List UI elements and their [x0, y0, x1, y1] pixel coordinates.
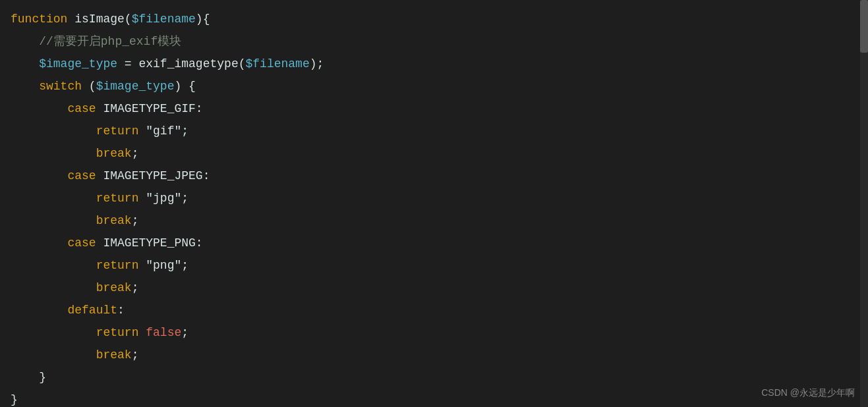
line14: default:	[11, 299, 857, 321]
line18: }	[11, 389, 857, 407]
line10: break;	[11, 209, 857, 232]
line15: return false;	[11, 321, 857, 344]
line4: switch ($image_type) {	[11, 75, 857, 97]
line11: case IMAGETYPE_PNG:	[11, 232, 857, 254]
line8: case IMAGETYPE_JPEG:	[11, 165, 857, 187]
line17: }	[11, 366, 857, 389]
code-content: function isImage($filename){ //需要开启php_e…	[0, 5, 868, 407]
line2: //需要开启php_exif模块	[11, 30, 857, 53]
line7: break;	[11, 142, 857, 165]
line12: return "png";	[11, 254, 857, 277]
code-editor: function isImage($filename){ //需要开启php_e…	[0, 0, 868, 407]
scrollbar[interactable]	[860, 0, 868, 407]
line16: break;	[11, 344, 857, 366]
line9: return "jpg";	[11, 187, 857, 209]
watermark: CSDN @永远是少年啊	[761, 387, 855, 399]
line5: case IMAGETYPE_GIF:	[11, 97, 857, 120]
line1: function isImage($filename){	[11, 8, 857, 30]
scrollbar-thumb[interactable]	[860, 0, 868, 53]
line3: $image_type = exif_imagetype($filename);	[11, 53, 857, 75]
line13: break;	[11, 277, 857, 299]
line6: return "gif";	[11, 120, 857, 142]
